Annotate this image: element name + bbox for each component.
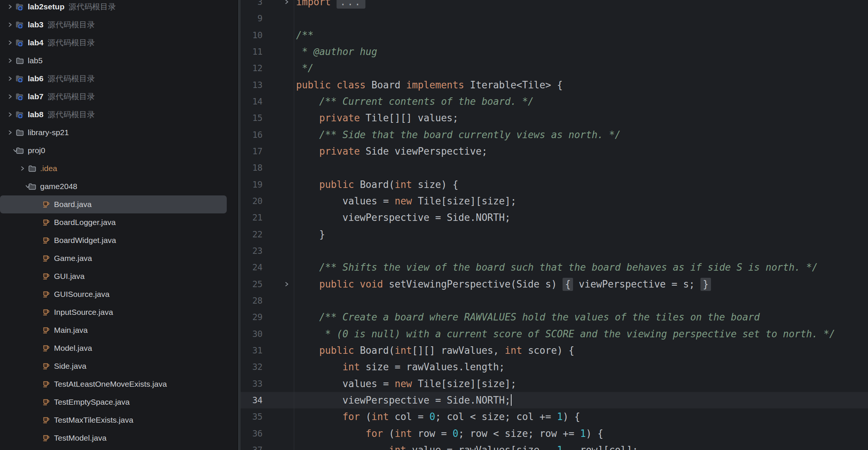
tree-item-testatleastonemoveexists-java[interactable]: TestAtLeastOneMoveExists.java: [0, 375, 227, 393]
code-line-31[interactable]: 31 public Board(int[][] rawValues, int s…: [241, 342, 868, 359]
code-line-12[interactable]: 12 */: [241, 60, 868, 76]
code-text[interactable]: * @author hug: [296, 43, 868, 60]
code-line-13[interactable]: 13public class Board implements Iterable…: [241, 77, 868, 93]
line-number[interactable]: 23: [241, 246, 262, 256]
line-number[interactable]: 36: [241, 429, 262, 438]
folded-brace[interactable]: }: [700, 278, 711, 291]
chevron-right-icon[interactable]: [5, 88, 15, 106]
code-text[interactable]: /**: [296, 27, 868, 43]
tree-item-lab2setup[interactable]: lab2setup源代码根目录: [0, 0, 227, 16]
tree-item-lab5[interactable]: lab5: [0, 52, 227, 70]
code-text[interactable]: /** Create a board where RAWVALUES hold …: [296, 309, 868, 325]
tree-item-lab8[interactable]: lab8源代码根目录: [0, 106, 227, 124]
line-number[interactable]: 15: [241, 113, 262, 123]
tree-item-lab6[interactable]: lab6源代码根目录: [0, 70, 227, 88]
tree-item-board-java[interactable]: Board.java: [0, 195, 227, 213]
project-tree[interactable]: lab2setup源代码根目录lab3源代码根目录lab4源代码根目录lab5l…: [0, 0, 237, 450]
code-line-15[interactable]: 15 private Tile[][] values;: [241, 110, 868, 126]
chevron-right-icon[interactable]: [5, 52, 15, 70]
line-number[interactable]: 3: [241, 0, 262, 7]
code-line-22[interactable]: 22 }: [241, 226, 868, 243]
code-line-30[interactable]: 30 * (0 is null) with a current score of…: [241, 326, 868, 342]
code-line-17[interactable]: 17 private Side viewPerspective;: [241, 143, 868, 159]
chevron-right-icon[interactable]: [5, 16, 15, 34]
tree-item-game2048[interactable]: game2048: [0, 177, 227, 195]
code-line-32[interactable]: 32 int size = rawValues.length;: [241, 359, 868, 375]
code-text[interactable]: for (int col = 0; col < size; col += 1) …: [296, 408, 868, 425]
code-line-11[interactable]: 11 * @author hug: [241, 43, 868, 60]
tree-item-inputsource-java[interactable]: InputSource.java: [0, 303, 227, 321]
code-text[interactable]: /** Current contents of the board. */: [296, 93, 868, 110]
line-number[interactable]: 31: [241, 346, 262, 355]
line-number[interactable]: 14: [241, 97, 262, 106]
tree-item-testmodel-java[interactable]: TestModel.java: [0, 429, 227, 447]
chevron-right-icon[interactable]: [5, 124, 15, 142]
code-text[interactable]: private Tile[][] values;: [296, 110, 868, 126]
tree-item-gui-java[interactable]: GUI.java: [0, 267, 227, 285]
fold-chevron-right-icon[interactable]: [262, 0, 296, 10]
code-line-3[interactable]: 3import ...: [241, 0, 868, 10]
code-text[interactable]: values = new Tile[size][size];: [296, 193, 868, 209]
line-number[interactable]: 18: [241, 163, 262, 173]
folded-code-ellipsis[interactable]: ...: [337, 0, 365, 9]
code-text[interactable]: /** Shifts the view of the board such th…: [296, 259, 868, 276]
code-text[interactable]: import ...: [296, 0, 868, 10]
line-number[interactable]: 9: [241, 13, 262, 23]
tree-item-lab3[interactable]: lab3源代码根目录: [0, 16, 227, 34]
code-line-34[interactable]: 34 viewPerspective = Side.NORTH;: [241, 392, 868, 408]
line-number[interactable]: 16: [241, 130, 262, 140]
tree-item-proj0[interactable]: proj0: [0, 142, 227, 159]
code-text[interactable]: viewPerspective = Side.NORTH;: [296, 209, 868, 226]
tree-item-testmaxtileexists-java[interactable]: TestMaxTileExists.java: [0, 411, 227, 429]
code-text[interactable]: public class Board implements Iterable<T…: [296, 77, 868, 93]
code-line-10[interactable]: 10/**: [241, 27, 868, 43]
line-number[interactable]: 22: [241, 229, 262, 239]
code-text[interactable]: public Board(int size) {: [296, 176, 868, 193]
code-line-33[interactable]: 33 values = new Tile[size][size];: [241, 375, 868, 392]
tree-item-model-java[interactable]: Model.java: [0, 339, 227, 357]
folded-brace[interactable]: {: [563, 278, 573, 291]
code-text[interactable]: public void setViewingPerspective(Side s…: [296, 276, 868, 292]
chevron-down-icon[interactable]: [18, 177, 27, 195]
code-line-9[interactable]: 9: [241, 10, 868, 27]
line-number[interactable]: 34: [241, 395, 262, 405]
code-line-20[interactable]: 20 values = new Tile[size][size];: [241, 193, 868, 209]
line-number[interactable]: 21: [241, 213, 262, 222]
code-line-29[interactable]: 29 /** Create a board where RAWVALUES ho…: [241, 309, 868, 325]
code-line-36[interactable]: 36 for (int row = 0; row < size; row += …: [241, 425, 868, 442]
code-line-18[interactable]: 18: [241, 159, 868, 176]
chevron-right-icon[interactable]: [18, 159, 27, 177]
tree-item-side-java[interactable]: Side.java: [0, 357, 227, 375]
line-number[interactable]: 30: [241, 329, 262, 339]
code-text[interactable]: int size = rawValues.length;: [296, 359, 868, 375]
tree-item-lab7[interactable]: lab7源代码根目录: [0, 88, 227, 106]
chevron-right-icon[interactable]: [5, 70, 15, 88]
code-line-14[interactable]: 14 /** Current contents of the board. */: [241, 93, 868, 110]
code-text[interactable]: }: [296, 226, 868, 243]
code-editor[interactable]: 3import ...910/**11 * @author hug12 */13…: [241, 0, 868, 450]
code-text[interactable]: for (int row = 0; row < size; row += 1) …: [296, 425, 868, 442]
line-number[interactable]: 11: [241, 47, 262, 57]
line-number[interactable]: 10: [241, 30, 262, 40]
line-number[interactable]: 17: [241, 146, 262, 156]
tree-item-boardlogger-java[interactable]: BoardLogger.java: [0, 213, 227, 231]
tree-item-boardwidget-java[interactable]: BoardWidget.java: [0, 231, 227, 249]
line-number[interactable]: 29: [241, 312, 262, 322]
line-number[interactable]: 12: [241, 63, 262, 73]
code-line-37[interactable]: 37 int value = rawValues[size - 1 - row]…: [241, 442, 868, 450]
code-line-16[interactable]: 16 /** Side that the board currently vie…: [241, 127, 868, 143]
tree-item-library-sp21[interactable]: library-sp21: [0, 124, 227, 142]
line-number[interactable]: 25: [241, 279, 262, 289]
tree-item-guisource-java[interactable]: GUISource.java: [0, 285, 227, 303]
line-number[interactable]: 19: [241, 180, 262, 189]
tree-item-game-java[interactable]: Game.java: [0, 249, 227, 267]
chevron-right-icon[interactable]: [5, 34, 15, 52]
code-text[interactable]: /** Side that the board currently views …: [296, 127, 868, 143]
code-text[interactable]: * (0 is null) with a current score of SC…: [296, 326, 868, 342]
code-text[interactable]: values = new Tile[size][size];: [296, 375, 868, 392]
line-number[interactable]: 20: [241, 196, 262, 206]
code-text[interactable]: public Board(int[][] rawValues, int scor…: [296, 342, 868, 359]
line-number[interactable]: 28: [241, 296, 262, 305]
code-line-23[interactable]: 23: [241, 243, 868, 259]
chevron-right-icon[interactable]: [5, 106, 15, 124]
